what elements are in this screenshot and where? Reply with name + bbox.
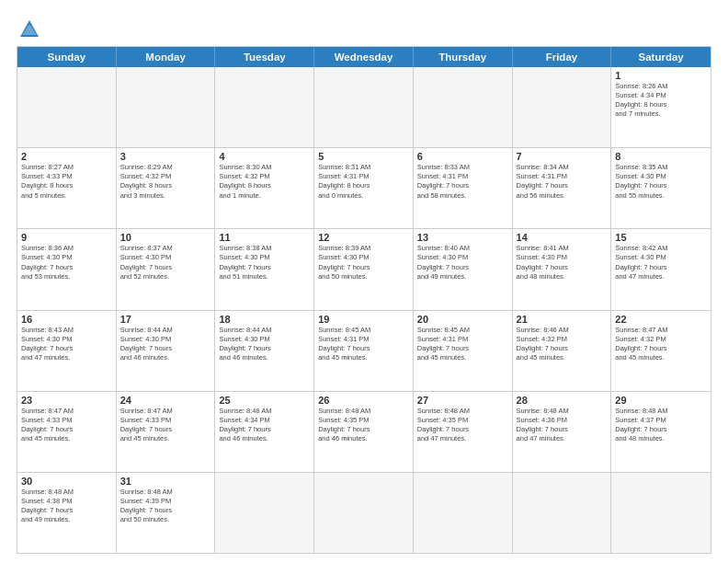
day-number: 6 (417, 151, 508, 162)
cell-info: Sunrise: 8:47 AM Sunset: 4:32 PM Dayligh… (615, 326, 707, 363)
cal-cell (215, 473, 314, 553)
cal-cell: 13Sunrise: 8:40 AM Sunset: 4:30 PM Dayli… (414, 229, 513, 309)
cal-header-wednesday: Wednesday (314, 47, 414, 67)
cal-cell (314, 473, 414, 553)
cell-info: Sunrise: 8:35 AM Sunset: 4:30 PM Dayligh… (615, 163, 707, 201)
cal-cell: 25Sunrise: 8:48 AM Sunset: 4:34 PM Dayli… (215, 392, 314, 472)
cell-info: Sunrise: 8:37 AM Sunset: 4:30 PM Dayligh… (120, 244, 211, 282)
day-number: 25 (219, 395, 310, 406)
cell-info: Sunrise: 8:42 AM Sunset: 4:30 PM Dayligh… (615, 244, 707, 282)
day-number: 26 (318, 395, 409, 406)
day-number: 18 (219, 314, 310, 325)
cell-info: Sunrise: 8:47 AM Sunset: 4:33 PM Dayligh… (120, 407, 211, 444)
cell-info: Sunrise: 8:31 AM Sunset: 4:31 PM Dayligh… (318, 163, 409, 201)
cell-info: Sunrise: 8:45 AM Sunset: 4:31 PM Dayligh… (417, 326, 508, 363)
page: SundayMondayTuesdayWednesdayThursdayFrid… (0, 0, 728, 563)
svg-marker-1 (22, 24, 37, 35)
cell-info: Sunrise: 8:40 AM Sunset: 4:30 PM Dayligh… (417, 244, 508, 282)
cal-cell: 18Sunrise: 8:44 AM Sunset: 4:30 PM Dayli… (215, 311, 314, 391)
cal-cell: 15Sunrise: 8:42 AM Sunset: 4:30 PM Dayli… (611, 229, 711, 309)
day-number: 8 (615, 151, 707, 162)
cal-cell: 4Sunrise: 8:30 AM Sunset: 4:32 PM Daylig… (215, 148, 314, 228)
cell-info: Sunrise: 8:33 AM Sunset: 4:31 PM Dayligh… (417, 163, 508, 201)
cal-cell (414, 67, 513, 147)
cal-cell (513, 473, 612, 553)
cal-cell: 17Sunrise: 8:44 AM Sunset: 4:30 PM Dayli… (117, 311, 216, 391)
cal-cell: 6Sunrise: 8:33 AM Sunset: 4:31 PM Daylig… (414, 148, 513, 228)
cell-info: Sunrise: 8:47 AM Sunset: 4:33 PM Dayligh… (21, 407, 112, 444)
cal-cell: 12Sunrise: 8:39 AM Sunset: 4:30 PM Dayli… (314, 229, 414, 309)
cell-info: Sunrise: 8:39 AM Sunset: 4:30 PM Dayligh… (318, 244, 409, 282)
cell-info: Sunrise: 8:48 AM Sunset: 4:35 PM Dayligh… (318, 407, 409, 444)
day-number: 24 (120, 395, 211, 406)
day-number: 3 (120, 151, 211, 162)
day-number: 15 (615, 232, 707, 243)
cell-info: Sunrise: 8:34 AM Sunset: 4:31 PM Dayligh… (517, 163, 608, 201)
day-number: 20 (417, 314, 508, 325)
day-number: 17 (120, 314, 211, 325)
cal-cell (215, 67, 314, 147)
day-number: 14 (517, 232, 608, 243)
cal-week-6: 30Sunrise: 8:48 AM Sunset: 4:38 PM Dayli… (17, 473, 711, 553)
day-number: 9 (21, 232, 112, 243)
calendar-body: 1Sunrise: 8:26 AM Sunset: 4:34 PM Daylig… (17, 67, 711, 553)
cal-cell: 5Sunrise: 8:31 AM Sunset: 4:31 PM Daylig… (314, 148, 414, 228)
day-number: 1 (615, 70, 707, 81)
cell-info: Sunrise: 8:36 AM Sunset: 4:30 PM Dayligh… (21, 244, 112, 282)
cal-header-monday: Monday (117, 47, 216, 67)
cal-cell: 3Sunrise: 8:29 AM Sunset: 4:32 PM Daylig… (117, 148, 216, 228)
cal-cell: 29Sunrise: 8:48 AM Sunset: 4:37 PM Dayli… (611, 392, 711, 472)
cal-cell: 24Sunrise: 8:47 AM Sunset: 4:33 PM Dayli… (117, 392, 216, 472)
day-number: 11 (219, 232, 310, 243)
cal-cell (314, 67, 414, 147)
cell-info: Sunrise: 8:45 AM Sunset: 4:31 PM Dayligh… (318, 326, 409, 363)
day-number: 31 (120, 476, 211, 487)
day-number: 16 (21, 314, 112, 325)
cal-week-2: 2Sunrise: 8:27 AM Sunset: 4:33 PM Daylig… (17, 148, 711, 229)
cell-info: Sunrise: 8:48 AM Sunset: 4:39 PM Dayligh… (120, 488, 211, 525)
cell-info: Sunrise: 8:41 AM Sunset: 4:30 PM Dayligh… (517, 244, 608, 282)
calendar-header: SundayMondayTuesdayWednesdayThursdayFrid… (17, 47, 711, 67)
cell-info: Sunrise: 8:29 AM Sunset: 4:32 PM Dayligh… (120, 163, 211, 201)
cal-cell: 30Sunrise: 8:48 AM Sunset: 4:38 PM Dayli… (17, 473, 117, 553)
cell-info: Sunrise: 8:38 AM Sunset: 4:30 PM Dayligh… (219, 244, 310, 282)
cal-cell: 7Sunrise: 8:34 AM Sunset: 4:31 PM Daylig… (513, 148, 612, 228)
logo (17, 17, 46, 42)
cal-cell: 21Sunrise: 8:46 AM Sunset: 4:32 PM Dayli… (513, 311, 612, 391)
cal-header-saturday: Saturday (611, 47, 711, 67)
cal-week-3: 9Sunrise: 8:36 AM Sunset: 4:30 PM Daylig… (17, 229, 711, 310)
cal-cell: 9Sunrise: 8:36 AM Sunset: 4:30 PM Daylig… (17, 229, 117, 309)
cell-info: Sunrise: 8:30 AM Sunset: 4:32 PM Dayligh… (219, 163, 310, 201)
cell-info: Sunrise: 8:48 AM Sunset: 4:36 PM Dayligh… (517, 407, 608, 444)
cal-week-5: 23Sunrise: 8:47 AM Sunset: 4:33 PM Dayli… (17, 392, 711, 473)
cal-header-sunday: Sunday (17, 47, 117, 67)
cell-info: Sunrise: 8:48 AM Sunset: 4:37 PM Dayligh… (615, 407, 707, 444)
cell-info: Sunrise: 8:48 AM Sunset: 4:38 PM Dayligh… (21, 488, 112, 525)
cal-cell (17, 67, 117, 147)
cal-cell: 27Sunrise: 8:48 AM Sunset: 4:35 PM Dayli… (414, 392, 513, 472)
cal-cell: 23Sunrise: 8:47 AM Sunset: 4:33 PM Dayli… (17, 392, 117, 472)
cal-cell: 1Sunrise: 8:26 AM Sunset: 4:34 PM Daylig… (611, 67, 711, 147)
day-number: 22 (615, 314, 707, 325)
cell-info: Sunrise: 8:43 AM Sunset: 4:30 PM Dayligh… (21, 326, 112, 363)
day-number: 10 (120, 232, 211, 243)
day-number: 30 (21, 476, 112, 487)
day-number: 5 (318, 151, 409, 162)
cal-cell: 26Sunrise: 8:48 AM Sunset: 4:35 PM Dayli… (314, 392, 414, 472)
day-number: 21 (517, 314, 608, 325)
cal-cell: 8Sunrise: 8:35 AM Sunset: 4:30 PM Daylig… (611, 148, 711, 228)
day-number: 13 (417, 232, 508, 243)
cal-header-thursday: Thursday (414, 47, 513, 67)
day-number: 19 (318, 314, 409, 325)
day-number: 2 (21, 151, 112, 162)
cell-info: Sunrise: 8:26 AM Sunset: 4:34 PM Dayligh… (615, 82, 707, 120)
day-number: 28 (517, 395, 608, 406)
cal-cell (513, 67, 612, 147)
logo-icon (17, 17, 42, 42)
cal-week-1: 1Sunrise: 8:26 AM Sunset: 4:34 PM Daylig… (17, 67, 711, 148)
cell-info: Sunrise: 8:48 AM Sunset: 4:34 PM Dayligh… (219, 407, 310, 444)
cal-cell (117, 67, 216, 147)
cal-cell: 10Sunrise: 8:37 AM Sunset: 4:30 PM Dayli… (117, 229, 216, 309)
cell-info: Sunrise: 8:44 AM Sunset: 4:30 PM Dayligh… (219, 326, 310, 363)
cal-cell: 11Sunrise: 8:38 AM Sunset: 4:30 PM Dayli… (215, 229, 314, 309)
